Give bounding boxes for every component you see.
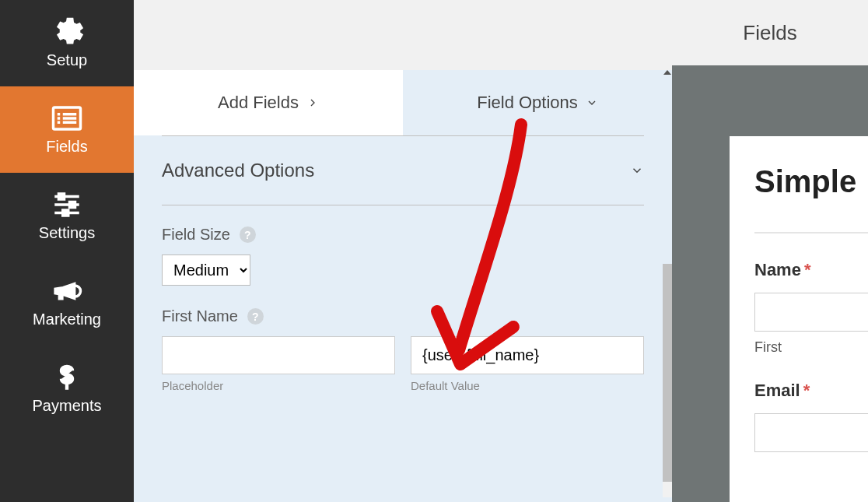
first-name-label-row: First Name ? xyxy=(162,307,644,325)
sidebar-label-marketing: Marketing xyxy=(0,311,134,328)
preview-email-label-text: Email xyxy=(754,381,800,400)
sidebar-item-settings[interactable]: Settings xyxy=(0,173,134,259)
tab-add-fields-label: Add Fields xyxy=(218,93,299,113)
preview-header: Fields xyxy=(672,0,868,65)
first-name-placeholder-input[interactable] xyxy=(162,336,395,374)
preview-email-label: Email* xyxy=(754,381,810,400)
sidebar-label-payments: Payments xyxy=(0,397,134,415)
builder-sidebar: Setup Fields Settings Marketing Payments xyxy=(0,0,134,502)
preview-name-field[interactable]: Name* First xyxy=(754,260,868,356)
required-asterisk-icon: * xyxy=(803,381,810,400)
sidebar-item-marketing[interactable]: Marketing xyxy=(0,259,134,346)
sidebar-item-payments[interactable]: Payments xyxy=(0,346,134,432)
chevron-right-icon xyxy=(306,97,319,109)
first-name-default-input[interactable] xyxy=(411,336,644,374)
form-title: Simple xyxy=(754,164,868,199)
sidebar-label-setup: Setup xyxy=(0,51,134,69)
bullhorn-icon xyxy=(0,273,134,309)
preview-email-field[interactable]: Email* xyxy=(754,381,868,452)
dollar-icon xyxy=(0,360,134,395)
sidebar-label-settings: Settings xyxy=(0,224,134,242)
field-options-panel: Advanced Options Field Size ? Medium Fir… xyxy=(134,135,672,502)
sliders-icon xyxy=(0,187,134,223)
help-icon[interactable]: ? xyxy=(247,308,264,325)
scroll-thumb[interactable] xyxy=(663,264,672,482)
svg-rect-11 xyxy=(70,202,75,208)
scrollbar[interactable] xyxy=(663,264,672,497)
svg-rect-10 xyxy=(59,194,65,199)
chevron-down-icon xyxy=(630,163,644,177)
tab-field-options[interactable]: Field Options xyxy=(403,70,672,135)
default-value-sublabel: Default Value xyxy=(411,379,644,392)
svg-rect-12 xyxy=(63,210,68,216)
main-panel: Add Fields Field Options Advanced Option… xyxy=(134,0,672,502)
advanced-options-toggle[interactable]: Advanced Options xyxy=(162,136,644,205)
chevron-down-icon xyxy=(586,97,598,109)
first-name-label: First Name xyxy=(162,307,238,325)
form-preview: Simple Name* First Email* xyxy=(730,136,868,502)
advanced-options-label: Advanced Options xyxy=(162,160,314,181)
divider xyxy=(162,205,644,205)
tab-add-fields[interactable]: Add Fields xyxy=(134,70,403,135)
sidebar-label-fields: Fields xyxy=(0,138,134,156)
preview-column: Fields Simple Name* First Email* xyxy=(672,0,868,502)
field-size-select[interactable]: Medium xyxy=(162,255,250,286)
gear-icon xyxy=(0,14,134,50)
help-icon[interactable]: ? xyxy=(240,226,256,243)
panel-tabs: Add Fields Field Options xyxy=(134,70,672,135)
tab-field-options-label: Field Options xyxy=(477,93,578,113)
preview-email-input[interactable] xyxy=(754,413,868,452)
preview-name-label-text: Name xyxy=(754,260,801,279)
divider xyxy=(754,232,868,233)
field-size-label-row: Field Size ? xyxy=(162,226,644,244)
sidebar-item-setup[interactable]: Setup xyxy=(0,0,134,86)
sidebar-item-fields[interactable]: Fields xyxy=(0,86,134,173)
placeholder-sublabel: Placeholder xyxy=(162,379,395,392)
preview-name-sublabel: First xyxy=(754,339,868,356)
list-icon xyxy=(0,100,134,136)
preview-name-first-input[interactable] xyxy=(754,293,868,332)
required-asterisk-icon: * xyxy=(804,260,811,279)
scroll-up-arrow-icon[interactable] xyxy=(663,70,671,75)
preview-name-label: Name* xyxy=(754,260,810,279)
field-size-label: Field Size xyxy=(162,226,230,244)
